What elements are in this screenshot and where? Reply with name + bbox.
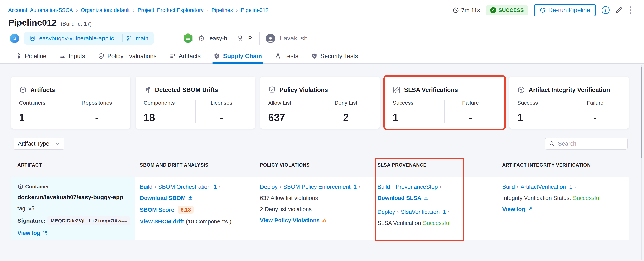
- sbom-stage-link[interactable]: Build: [140, 184, 152, 190]
- search-icon: [549, 141, 555, 147]
- flask-icon: [275, 53, 281, 59]
- slsa-verification-label: SLSA Verification: [378, 220, 421, 226]
- edit-icon[interactable]: [616, 7, 622, 14]
- duration: 7m 11s: [453, 7, 480, 13]
- policy-step-link[interactable]: SBOM Policy Enforcement_1: [283, 184, 357, 190]
- duration-value: 7m 11s: [461, 7, 480, 13]
- title-row: Pipeline012 (Build Id: 17): [0, 15, 644, 27]
- tab-supply-chain[interactable]: Supply Chain: [214, 49, 262, 63]
- breadcrumb-project[interactable]: Project: Product Exploratory: [138, 7, 204, 13]
- signature-value[interactable]: MEQCICde2Vjl...L+2+mqnOXw==: [48, 216, 130, 225]
- integrity-stage-link[interactable]: Build: [502, 184, 515, 190]
- col-header-artifact: ARTIFACT: [11, 162, 135, 168]
- stat-value: -: [445, 112, 496, 123]
- artifact-image-name: docker.io/lavakush07/easy-buggy-app: [18, 194, 123, 201]
- stat-value: -: [196, 112, 248, 123]
- more-options-icon[interactable]: [628, 5, 632, 15]
- download-slsa-link[interactable]: Download SLSA: [378, 195, 421, 201]
- breadcrumb-pipelines[interactable]: Pipelines: [212, 7, 233, 13]
- codebase-icon: [10, 34, 19, 43]
- breadcrumb-organization[interactable]: Organization: default: [81, 7, 130, 13]
- view-policy-violations-link[interactable]: View Policy Violations: [260, 217, 320, 224]
- breadcrumb: Account: Automation-SSCA › Organization:…: [8, 7, 268, 13]
- slsa-cell: Build › ProvenanceStep › Download SLSA D…: [373, 177, 498, 241]
- tab-label: Artifacts: [179, 53, 200, 60]
- search-input[interactable]: [558, 140, 634, 147]
- sbom-score-label[interactable]: SBOM Score: [140, 207, 174, 213]
- slsa-provenance-stage-link[interactable]: Build: [378, 184, 390, 190]
- clock-icon: [453, 7, 459, 13]
- info-icon[interactable]: i: [602, 6, 610, 14]
- slsa-icon: [393, 86, 400, 94]
- sbom-step-link[interactable]: SBOM Orchestration_1: [158, 184, 217, 190]
- sbom-document-icon: [144, 86, 152, 94]
- tab-label: Tests: [284, 53, 298, 60]
- breadcrumb-pipeline012[interactable]: Pipeline012: [241, 7, 268, 13]
- tab-label: Pipeline: [25, 53, 46, 60]
- tab-artifacts[interactable]: Artifacts: [170, 49, 200, 63]
- table-header: ARTIFACT SBOM AND DRIFT ANALYSIS POLICY …: [11, 162, 629, 168]
- view-sbom-drift-link[interactable]: View SBOM drift: [140, 218, 184, 225]
- breadcrumb-account[interactable]: Account: Automation-SSCA: [8, 7, 73, 13]
- stat-label: Components: [144, 100, 195, 106]
- card-sbom-drifts: Detected SBOM Drifts Components 18 Licen…: [136, 77, 255, 129]
- slsa-verify-step-link[interactable]: SlsaVerification_1: [401, 209, 446, 215]
- integrity-status-label: Integrity Verification Status:: [502, 195, 571, 201]
- pill-divider: [122, 34, 123, 42]
- card-slsa-verifications: SLSA Verifications Success 1 Failure -: [385, 77, 504, 129]
- cube-icon: [19, 86, 27, 94]
- summary-cards: Artifacts Containers 1 Repositories - De…: [11, 77, 629, 129]
- artifact-type-label: Artifact Type: [18, 140, 49, 147]
- shield-check-icon: [98, 53, 104, 59]
- page-title: Pipeline012: [8, 18, 57, 28]
- card-artifacts: Artifacts Containers 1 Repositories -: [11, 77, 130, 129]
- sbom-score-badge: 6.13: [178, 206, 194, 214]
- sbom-components-count: (18 Components ): [186, 218, 231, 225]
- integrity-step-link[interactable]: ArtifactVerification_1: [520, 184, 572, 190]
- artifact-type-label: Container: [25, 184, 49, 190]
- rerun-pipeline-button[interactable]: Re-run Pipeline: [534, 4, 596, 16]
- breadcrumb-separator: ›: [236, 7, 238, 13]
- tab-tests[interactable]: Tests: [275, 49, 298, 63]
- trigger-info: ∞ ⚙ easy-b... P. Lavakush: [183, 32, 308, 45]
- warning-icon: [322, 218, 327, 223]
- slsa-provenance-step-link[interactable]: ProvenanceStep: [396, 184, 438, 190]
- status-badge: ✓ SUCCESS: [486, 5, 528, 15]
- top-bar: Account: Automation-SSCA › Organization:…: [0, 0, 644, 15]
- stat-value: 1: [19, 112, 71, 123]
- scrollbar-thumb[interactable]: [641, 66, 642, 159]
- tab-security-tests[interactable]: Security Tests: [311, 49, 358, 63]
- stat-value: 2: [320, 112, 372, 123]
- container-cube-icon: [18, 184, 23, 190]
- branch-link[interactable]: main: [136, 35, 148, 42]
- tab-inputs[interactable]: Inputs: [59, 49, 85, 63]
- slsa-verify-stage-link[interactable]: Deploy: [378, 209, 395, 215]
- card-policy-violations: Policy Violations Allow List 637 Deny Li…: [260, 77, 380, 129]
- tab-label: Security Tests: [320, 53, 358, 60]
- shield-check-icon: [268, 86, 276, 94]
- stat-label: Failure: [570, 100, 621, 106]
- deny-list-violations: 2 Deny list violations: [260, 206, 312, 213]
- meta-divider: [259, 32, 260, 45]
- rerun-label: Re-run Pipeline: [548, 7, 590, 14]
- stat-value: 1: [517, 112, 569, 123]
- trigger-label: easy-b...: [210, 35, 232, 42]
- refresh-icon: [540, 7, 546, 13]
- policy-stage-link[interactable]: Deploy: [260, 184, 278, 190]
- artifacts-list-icon: [170, 53, 176, 59]
- build-id: (Build Id: 17): [61, 21, 92, 27]
- repo-link[interactable]: easybuggy-vulnerable-applic...: [39, 35, 119, 42]
- supply-chain-content: Artifacts Containers 1 Repositories - De…: [0, 64, 644, 261]
- view-log-link[interactable]: View log: [18, 230, 40, 236]
- view-log-link[interactable]: View log: [502, 206, 525, 213]
- breadcrumb-separator: ›: [207, 7, 208, 13]
- sbom-cell: Build › SBOM Orchestration_1 › Download …: [135, 177, 255, 241]
- tab-policy-evaluations[interactable]: Policy Evaluations: [98, 49, 157, 63]
- policy-cell: Deploy › SBOM Policy Enforcement_1 › 637…: [255, 177, 373, 241]
- card-title: Policy Violations: [280, 86, 328, 93]
- tab-pipeline[interactable]: Pipeline: [16, 49, 46, 63]
- download-sbom-link[interactable]: Download SBOM: [140, 195, 186, 201]
- stat-label: Deny List: [320, 100, 372, 106]
- artifact-type-select[interactable]: Artifact Type: [14, 138, 64, 150]
- artifact-table-row: Container docker.io/lavakush07/easy-bugg…: [11, 177, 629, 241]
